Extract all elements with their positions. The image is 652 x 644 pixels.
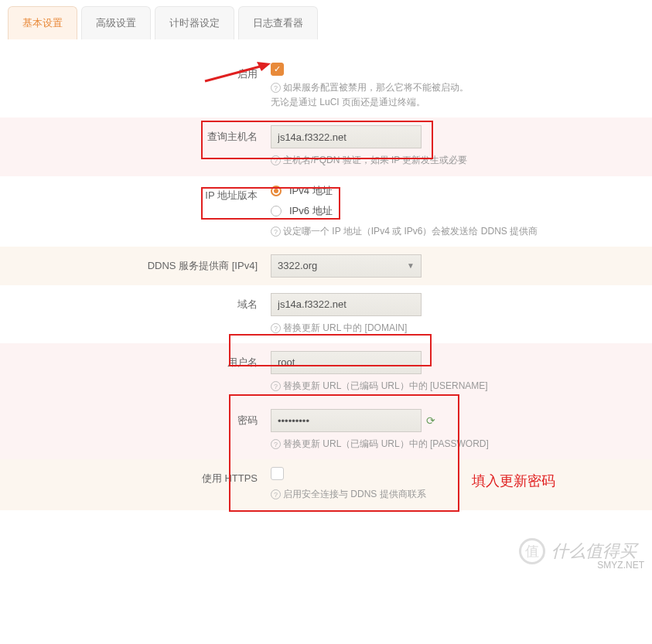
tab-advanced[interactable]: 高级设置 [81, 6, 151, 39]
label-username: 用户名 [0, 351, 267, 370]
hint-enable: ?如果服务配置被禁用，那么它将不能被启动。 无论是通过 LuCI 页面还是通过终… [271, 80, 652, 110]
label-https: 使用 HTTPS [0, 467, 267, 486]
info-icon: ? [271, 83, 281, 93]
row-ipversion: IP 地址版本 IPv4 地址 IPv6 地址 ?设定哪一个 IP 地址（IPv… [0, 176, 652, 247]
chevron-down-icon: ▼ [407, 261, 415, 270]
radio-label-ipv4: IPv4 地址 [289, 184, 333, 198]
info-icon: ? [271, 381, 281, 391]
info-icon: ? [271, 489, 281, 499]
row-username: 用户名 ?替换更新 URL（已编码 URL）中的 [USERNAME] [0, 343, 652, 401]
tab-basic[interactable]: 基本设置 [8, 6, 77, 39]
tab-bar: 基本设置 高级设置 计时器设定 日志查看器 [0, 0, 652, 39]
hint-password: ?替换更新 URL（已编码 URL）中的 [PASSWORD] [271, 437, 652, 451]
label-hostname: 查询主机名 [0, 125, 267, 144]
checkbox-enable[interactable]: ✓ [271, 63, 284, 76]
input-domain[interactable] [271, 293, 422, 316]
label-domain: 域名 [0, 293, 267, 312]
hint-hostname: ?主机名/FQDN 验证，如果 IP 更新发生或必要 [271, 153, 652, 168]
hint-ipversion: ?设定哪一个 IP 地址（IPv4 或 IPv6）会被发送给 DDNS 提供商 [271, 224, 652, 239]
label-ipversion: IP 地址版本 [0, 184, 267, 203]
input-hostname[interactable] [271, 125, 422, 148]
label-provider: DDNS 服务提供商 [IPv4] [0, 254, 267, 273]
radio-label-ipv6: IPv6 地址 [289, 204, 333, 218]
hint-username: ?替换更新 URL（已编码 URL）中的 [USERNAME] [271, 379, 652, 394]
tab-log[interactable]: 日志查看器 [238, 6, 318, 39]
radio-row-ipv6: IPv6 地址 [271, 204, 652, 218]
row-domain: 域名 ?替换更新 URL 中的 [DOMAIN] [0, 285, 652, 343]
watermark-site: SMYZ.NET [597, 560, 644, 571]
label-enable: 启用 [0, 63, 267, 81]
reveal-password-icon[interactable]: ⟳ [426, 414, 435, 427]
info-icon: ? [271, 323, 281, 333]
hint-https: ?启用安全连接与 DDNS 提供商联系 [271, 487, 652, 502]
form-content: 启用 ✓ ?如果服务配置被禁用，那么它将不能被启动。 无论是通过 LuCI 页面… [0, 39, 652, 572]
info-icon: ? [271, 227, 281, 237]
select-provider[interactable]: 3322.org ▼ [271, 254, 422, 278]
watermark-icon: 值 [519, 538, 545, 564]
row-password: 密码 ⟳ ?替换更新 URL（已编码 URL）中的 [PASSWORD] [0, 401, 652, 459]
info-icon: ? [271, 439, 281, 449]
hint-domain: ?替换更新 URL 中的 [DOMAIN] [271, 321, 652, 336]
row-hostname: 查询主机名 ?主机名/FQDN 验证，如果 IP 更新发生或必要 [0, 118, 652, 175]
tab-timer[interactable]: 计时器设定 [155, 6, 234, 39]
label-password: 密码 [0, 409, 267, 428]
row-provider: DDNS 服务提供商 [IPv4] 3322.org ▼ [0, 247, 652, 285]
radio-ipv6[interactable] [271, 206, 282, 216]
info-icon: ? [271, 155, 281, 165]
checkbox-https[interactable] [271, 467, 284, 480]
annotation-label-password: 填入更新密码 [472, 472, 555, 490]
input-username[interactable] [271, 351, 422, 374]
input-password[interactable] [271, 409, 422, 432]
radio-ipv4[interactable] [271, 186, 282, 196]
row-enable: 启用 ✓ ?如果服务配置被禁用，那么它将不能被启动。 无论是通过 LuCI 页面… [0, 55, 652, 118]
radio-row-ipv4: IPv4 地址 [271, 184, 652, 198]
select-provider-value: 3322.org [278, 260, 317, 271]
